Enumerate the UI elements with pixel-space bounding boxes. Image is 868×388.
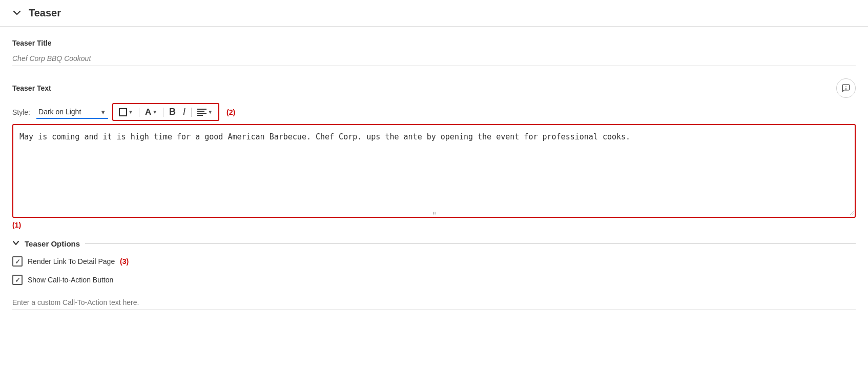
toolbar-divider-1 xyxy=(139,108,139,117)
chevron-down-icon[interactable] xyxy=(12,8,23,18)
teaser-section-header: Teaser xyxy=(0,0,868,27)
bold-button[interactable]: B xyxy=(167,105,178,119)
teaser-text-editor[interactable]: May is coming and it is high time for a … xyxy=(13,125,855,215)
style-select[interactable]: Dark on Light Light on Dark xyxy=(36,106,108,119)
teaser-options-header: Teaser Options xyxy=(12,239,856,248)
toolbar-row: Style: Dark on Light Light on Dark ▼ xyxy=(12,103,856,121)
cta-checkbox-item: Show Call-to-Action Button xyxy=(12,275,856,285)
render-link-label: Render Link To Detail Page (3) xyxy=(28,257,129,266)
block-format-arrow: ▼ xyxy=(128,109,133,115)
teaser-options-title: Teaser Options xyxy=(25,239,80,248)
cta-label: Show Call-to-Action Button xyxy=(28,276,113,284)
cta-checkbox[interactable] xyxy=(12,275,23,285)
teaser-section-title: Teaser xyxy=(29,7,61,19)
teaser-text-label: Teaser Text xyxy=(12,84,51,92)
italic-button[interactable]: I xyxy=(180,105,188,119)
svg-rect-2 xyxy=(119,109,127,116)
style-label: Style: xyxy=(12,108,30,116)
content-area: Teaser Title Teaser Text Style: xyxy=(0,27,868,322)
text-editor-wrapper: May is coming and it is high time for a … xyxy=(12,124,856,218)
style-select-wrapper: Dark on Light Light on Dark ▼ xyxy=(36,106,108,119)
text-editor-annotation: (1) xyxy=(12,221,21,229)
page-container: Teaser Teaser Title Teaser Text xyxy=(0,0,868,388)
toolbar-divider-3 xyxy=(191,108,192,117)
italic-icon: I xyxy=(183,107,185,117)
font-size-button[interactable]: A ▼ xyxy=(142,106,160,118)
options-divider xyxy=(85,243,856,244)
font-size-arrow: ▼ xyxy=(152,109,157,115)
teaser-options-section: Teaser Options Render Link To Detail Pag… xyxy=(12,239,856,310)
teaser-text-section: Teaser Text Style: Dark on Light Light o… xyxy=(12,78,856,229)
teaser-title-label: Teaser Title xyxy=(12,39,856,47)
render-link-annotation: (3) xyxy=(120,257,129,266)
teaser-text-header-row: Teaser Text xyxy=(12,78,856,98)
render-link-checkbox[interactable] xyxy=(12,256,23,267)
resize-indicator: ⠿ xyxy=(432,212,436,217)
comment-button[interactable] xyxy=(836,78,856,98)
bold-icon: B xyxy=(169,107,176,117)
align-arrow: ▼ xyxy=(208,109,213,115)
align-button[interactable]: ▼ xyxy=(195,107,215,117)
teaser-title-field: Teaser Title xyxy=(12,39,856,66)
teaser-options-chevron-icon[interactable] xyxy=(12,239,19,248)
block-format-button[interactable]: ▼ xyxy=(116,107,136,118)
font-size-icon: A xyxy=(145,108,151,116)
format-toolbar: ▼ A ▼ B I xyxy=(112,103,219,121)
render-link-checkbox-item: Render Link To Detail Page (3) xyxy=(12,256,856,267)
toolbar-divider-2 xyxy=(163,108,163,117)
cta-text-input[interactable] xyxy=(12,295,856,310)
toolbar-annotation: (2) xyxy=(226,108,235,116)
teaser-title-input[interactable] xyxy=(12,51,856,66)
